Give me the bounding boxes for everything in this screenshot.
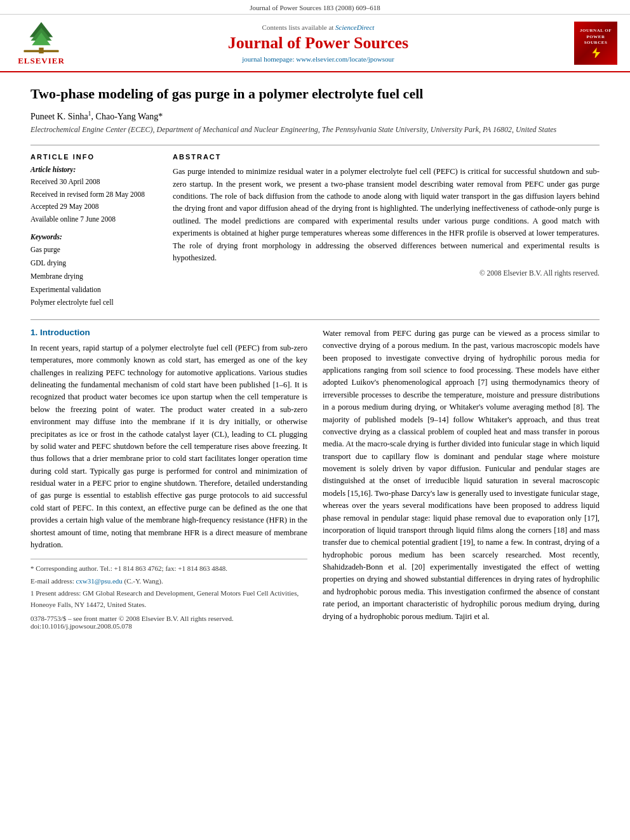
- abstract-col: ABSTRACT Gas purge intended to minimize …: [173, 153, 600, 309]
- journal-logo-right: JOURNAL OFPOWERSOURCES: [566, 22, 617, 65]
- abstract-heading: ABSTRACT: [173, 153, 600, 161]
- journal-citation: Journal of Power Sources 183 (2008) 609–…: [250, 4, 380, 11]
- elsevier-label: ELSEVIER: [18, 56, 65, 66]
- body-left-col: 1. Introduction In recent years, rapid s…: [30, 328, 307, 630]
- date-online: Available online 7 June 2008: [30, 213, 158, 226]
- keyword-3: Membrane drying: [30, 270, 158, 283]
- sciencedirect-link[interactable]: ScienceDirect: [335, 23, 374, 31]
- author-1: Puneet K. Sinha: [30, 111, 88, 121]
- keyword-1: Gas purge: [30, 243, 158, 257]
- elsevier-tree-icon: [22, 20, 60, 55]
- journal-homepage: journal homepage: www.elsevier.com/locat…: [70, 55, 566, 63]
- copyright: © 2008 Elsevier B.V. All rights reserved…: [173, 269, 600, 277]
- article-dates: Received 30 April 2008 Received in revis…: [30, 176, 158, 225]
- fn-address: 1 Present address: GM Global Research an…: [30, 588, 307, 610]
- keywords-list: Gas purge GDL drying Membrane drying Exp…: [30, 243, 158, 309]
- fn-star: * Corresponding author. Tel.: +1 814 863…: [30, 563, 307, 575]
- intro-right-para: Water removal from PEFC during gas purge…: [323, 328, 600, 623]
- intro-section-title: 1. Introduction: [30, 328, 307, 337]
- journal-header: ELSEVIER Contents lists available at Sci…: [0, 15, 630, 72]
- date-received: Received 30 April 2008: [30, 176, 158, 189]
- svg-rect-4: [24, 50, 59, 53]
- elsevier-logo: ELSEVIER: [13, 20, 70, 66]
- logo-box-text: JOURNAL OFPOWERSOURCES: [580, 28, 612, 46]
- article-info-heading: ARTICLE INFO: [30, 153, 158, 161]
- main-content: Two-phase modeling of gas purge in a pol…: [0, 72, 630, 643]
- article-info-col: ARTICLE INFO Article history: Received 3…: [30, 153, 158, 309]
- affiliation: Electrochemical Engine Center (ECEC), De…: [30, 125, 600, 135]
- body-right-col: Water removal from PEFC during gas purge…: [323, 328, 600, 630]
- date-revised: Received in revised form 28 May 2008: [30, 189, 158, 201]
- authors-line: Puneet K. Sinha1, Chao-Yang Wang*: [30, 110, 600, 122]
- body-two-col: 1. Introduction In recent years, rapid s…: [30, 328, 600, 630]
- abstract-text: Gas purge intended to minimize residual …: [173, 166, 600, 264]
- keywords-label: Keywords:: [30, 233, 158, 241]
- date-accepted: Accepted 29 May 2008: [30, 201, 158, 213]
- top-bar: Journal of Power Sources 183 (2008) 609–…: [0, 0, 630, 15]
- keyword-2: GDL drying: [30, 257, 158, 270]
- section-divider: [30, 319, 600, 320]
- homepage-url[interactable]: www.elsevier.com/locate/jpowsour: [296, 55, 394, 63]
- issn-text: 0378-7753/$ – see front matter © 2008 El…: [30, 615, 307, 622]
- contents-line: Contents lists available at ScienceDirec…: [70, 23, 566, 31]
- paper-title: Two-phase modeling of gas purge in a pol…: [30, 85, 600, 103]
- journal-logo-box: JOURNAL OFPOWERSOURCES: [574, 22, 617, 65]
- keyword-4: Experimental validation: [30, 283, 158, 297]
- article-abstract-section: ARTICLE INFO Article history: Received 3…: [30, 145, 600, 309]
- author-2: Chao-Yang Wang: [96, 111, 159, 121]
- author-2-star: *: [158, 111, 163, 121]
- logo-bolt-icon: [584, 46, 608, 58]
- email-link[interactable]: cxw31@psu.edu: [76, 577, 122, 585]
- journal-center: Contents lists available at ScienceDirec…: [70, 23, 566, 63]
- history-label: Article history:: [30, 166, 158, 173]
- keyword-5: Polymer electrolyte fuel cell: [30, 296, 158, 309]
- fn-email: E-mail address: cxw31@psu.edu (C.-Y. Wan…: [30, 576, 307, 587]
- svg-marker-5: [593, 48, 601, 58]
- author-1-sup: 1: [88, 110, 91, 117]
- footnotes: * Corresponding author. Tel.: +1 814 863…: [30, 559, 307, 610]
- issn-footer: 0378-7753/$ – see front matter © 2008 El…: [30, 615, 307, 630]
- doi-text: doi:10.1016/j.jpowsour.2008.05.078: [30, 622, 307, 630]
- journal-title: Journal of Power Sources: [70, 34, 566, 53]
- intro-left-para: In recent years, rapid startup of a poly…: [30, 342, 307, 551]
